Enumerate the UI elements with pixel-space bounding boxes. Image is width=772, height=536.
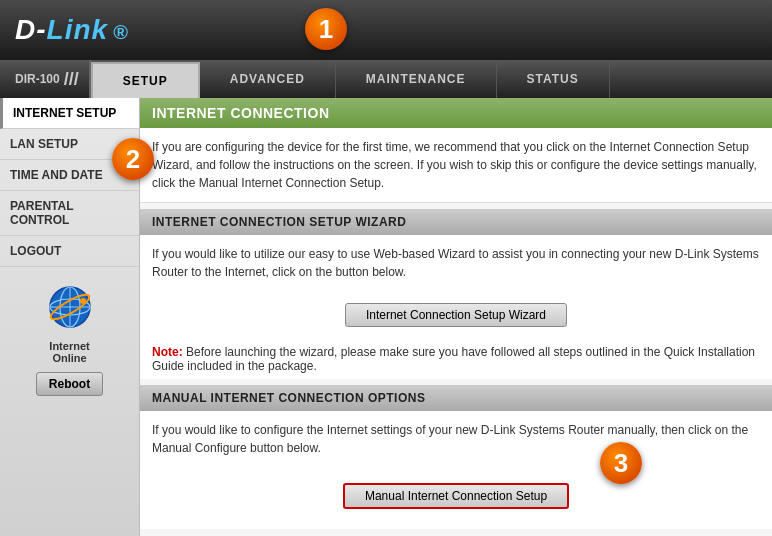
logo-marks: ® <box>113 21 129 43</box>
model-label: DIR-100 <box>15 72 60 86</box>
internet-label-l2: Online <box>52 352 86 364</box>
sidebar-lan-label: LAN SETUP <box>10 137 78 151</box>
main-layout: 2 INTERNET SETUP LAN SETUP TIME AND DATE… <box>0 98 772 536</box>
wizard-header-label: INTERNET CONNECTION SETUP WIZARD <box>152 215 406 229</box>
nav-separator: /// <box>64 69 79 90</box>
tab-setup-label: SETUP <box>123 74 168 88</box>
manual-section: MANUAL INTERNET CONNECTION OPTIONS If yo… <box>140 385 772 529</box>
header: D-Link® 1 <box>0 0 772 60</box>
sidebar-item-parental[interactable]: PARENTAL CONTROL <box>0 191 139 236</box>
badge1-label: 1 <box>319 14 333 45</box>
tab-advanced-label: ADVANCED <box>230 72 305 86</box>
step-badge-3: 3 <box>600 442 642 484</box>
note-text: Before launching the wizard, please make… <box>152 345 755 373</box>
dlink-logo: D-Link® <box>15 14 129 46</box>
sidebar-item-logout[interactable]: LOGOUT <box>0 236 139 267</box>
note-label: Note: <box>152 345 183 359</box>
internet-label-line2: Online <box>10 352 129 364</box>
step-badge-2: 2 <box>112 138 154 180</box>
sidebar-item-internet-setup[interactable]: INTERNET SETUP <box>0 98 139 129</box>
intro-section: If you are configuring the device for th… <box>140 128 772 203</box>
wizard-button-label: Internet Connection Setup Wizard <box>366 308 546 322</box>
logo-link: Link <box>47 14 109 45</box>
nav-model: DIR-100 /// <box>0 60 91 98</box>
wizard-body: If you would like to utilize our easy to… <box>140 235 772 291</box>
content-area: INTERNET CONNECTION If you are configuri… <box>140 98 772 536</box>
manual-body-text: If you would like to configure the Inter… <box>152 423 748 455</box>
globe-icon <box>45 282 95 332</box>
tab-advanced[interactable]: ADVANCED <box>200 60 336 98</box>
tab-maintenance-label: MAINTENANCE <box>366 72 466 86</box>
sidebar-internet-status: Internet Online Reboot <box>0 267 139 419</box>
wizard-section: INTERNET CONNECTION SETUP WIZARD If you … <box>140 209 772 379</box>
wizard-note: Note: Before launching the wizard, pleas… <box>140 339 772 379</box>
intro-text: If you are configuring the device for th… <box>152 140 757 190</box>
sidebar-logout-label: LOGOUT <box>10 244 61 258</box>
wizard-setup-button[interactable]: Internet Connection Setup Wizard <box>345 303 567 327</box>
wizard-button-wrapper: Internet Connection Setup Wizard <box>140 291 772 339</box>
reboot-label: Reboot <box>49 377 90 391</box>
tab-status-label: STATUS <box>527 72 579 86</box>
tab-maintenance[interactable]: MAINTENANCE <box>336 60 497 98</box>
page-title-bar: INTERNET CONNECTION <box>140 98 772 128</box>
manual-button-label: Manual Internet Connection Setup <box>365 489 547 503</box>
manual-header-label: MANUAL INTERNET CONNECTION OPTIONS <box>152 391 425 405</box>
tab-setup[interactable]: SETUP <box>91 62 200 98</box>
page-title: INTERNET CONNECTION <box>152 105 330 121</box>
reboot-button[interactable]: Reboot <box>36 372 103 396</box>
wizard-header: INTERNET CONNECTION SETUP WIZARD <box>140 209 772 235</box>
internet-label-line1: Internet <box>10 340 129 352</box>
badge2-label: 2 <box>126 144 140 175</box>
step-badge-1: 1 <box>305 8 347 50</box>
navbar: DIR-100 /// SETUP ADVANCED MAINTENANCE S… <box>0 60 772 98</box>
sidebar-internet-label: INTERNET SETUP <box>13 106 116 120</box>
manual-body: If you would like to configure the Inter… <box>140 411 772 467</box>
manual-header: MANUAL INTERNET CONNECTION OPTIONS <box>140 385 772 411</box>
sidebar-time-label: TIME AND DATE <box>10 168 103 182</box>
internet-label-l1: Internet <box>49 340 89 352</box>
tab-status[interactable]: STATUS <box>497 60 610 98</box>
wizard-body-text: If you would like to utilize our easy to… <box>152 247 759 279</box>
sidebar-parental-label: PARENTAL CONTROL <box>10 199 73 227</box>
manual-setup-button[interactable]: Manual Internet Connection Setup <box>343 483 569 509</box>
svg-point-6 <box>80 298 86 304</box>
badge3-label: 3 <box>614 448 628 479</box>
logo-d: D- <box>15 14 47 45</box>
manual-button-wrapper: Manual Internet Connection Setup <box>140 467 772 529</box>
